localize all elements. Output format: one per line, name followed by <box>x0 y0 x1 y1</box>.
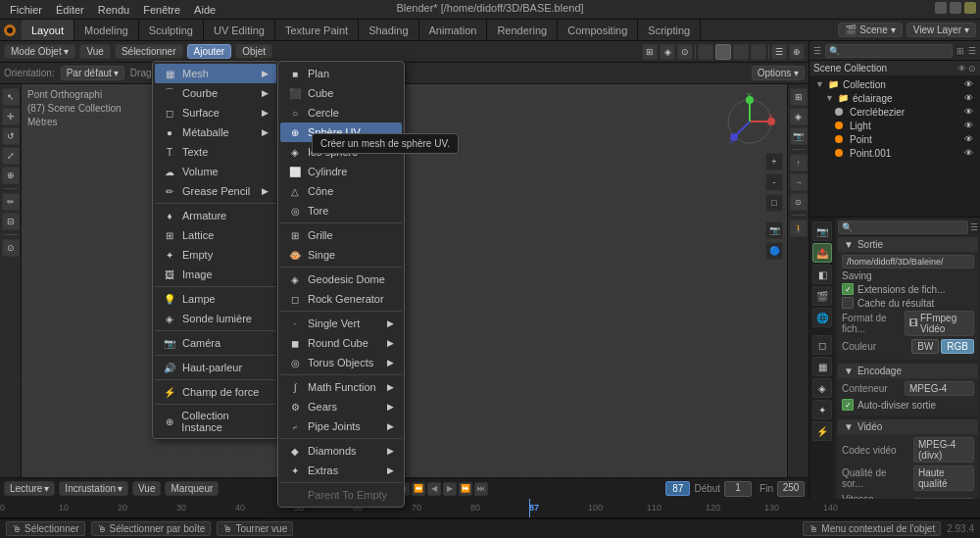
cerclbezier-eye[interactable]: 👁 <box>962 106 974 118</box>
scene-item-cerclbezier[interactable]: Cerclébezier 👁 <box>811 105 978 119</box>
menu-item-courbe[interactable]: ⌒ Courbe ▶ <box>155 83 276 103</box>
toggle-btn-1[interactable]: ⊞ <box>642 44 658 60</box>
menu-item-sonde[interactable]: ◈ Sonde lumière <box>155 309 276 328</box>
eclairage-eye[interactable]: 👁 <box>962 92 974 104</box>
submenu-math[interactable]: ∫ Math Function ▶ <box>280 377 402 397</box>
format-dropdown[interactable]: 🎞 FFmpeg Vidéo <box>905 311 974 336</box>
menu-item-surface[interactable]: ◻ Surface ▶ <box>155 103 276 122</box>
output-path[interactable]: /home/didoff/3D/Baleine/ <box>842 255 974 269</box>
output-props-icon[interactable]: 📤 <box>812 243 832 263</box>
eye-icon[interactable]: 👁 <box>957 64 966 73</box>
section-sortie-title[interactable]: ▼ Sortie <box>838 237 978 252</box>
scene-dropdown[interactable]: 🎬 Scene ▾ <box>838 23 902 37</box>
gizmo-btn[interactable]: ⊕ <box>789 44 805 60</box>
scene-item-collection[interactable]: ▼ 📁 Collection 👁 <box>811 77 978 91</box>
incrustation-dropdown[interactable]: Incrustation ▾ <box>59 481 128 496</box>
annotate-tool[interactable]: ✏ <box>2 193 20 211</box>
outliner-search[interactable]: 🔍 <box>825 44 953 58</box>
submenu-cube[interactable]: ⬛ Cube <box>280 83 402 103</box>
tab-rendering[interactable]: Rendering <box>487 20 558 40</box>
context-menu-btn[interactable]: 🖱 Menu contextuel de l'objet <box>803 521 941 536</box>
tourner-vue-btn[interactable]: 🖱 Tourner vue <box>217 521 293 536</box>
jump-end-btn[interactable]: ⏭ <box>474 482 488 496</box>
props-options-btn[interactable]: ☰ <box>970 222 978 232</box>
auto-diviser-checkbox[interactable]: ✓ <box>842 399 854 411</box>
conteneur-dropdown[interactable]: MPEG-4 <box>905 381 974 396</box>
outliner-options-btn[interactable]: ☰ <box>968 46 976 56</box>
physics-props-icon[interactable]: ⚡ <box>812 421 832 441</box>
render-props-icon[interactable]: 📷 <box>812 221 832 241</box>
transform-tool[interactable]: ⊕ <box>2 167 20 184</box>
ext-fich-checkbox[interactable]: ✓ <box>842 283 854 295</box>
cache-checkbox[interactable] <box>842 297 854 309</box>
menu-fenetre[interactable]: Fenêtre <box>137 0 186 19</box>
zoom-in-btn[interactable]: + <box>765 153 783 171</box>
menu-item-champ[interactable]: ⚡ Champ de force <box>155 382 276 402</box>
click-icon[interactable]: ⊙ <box>968 64 976 73</box>
prev-keyframe-btn[interactable]: ⏪ <box>412 482 425 496</box>
menu-item-armature[interactable]: ♦ Armature <box>155 206 276 225</box>
outliner-filter-btn[interactable]: ⊞ <box>956 46 964 56</box>
options-btn[interactable]: Options ▾ <box>752 66 805 80</box>
menu-editer[interactable]: Éditer <box>50 0 90 19</box>
point-eye[interactable]: 👁 <box>962 133 974 145</box>
current-frame[interactable]: 87 <box>665 481 690 496</box>
cursor-tool[interactable]: ⊙ <box>2 239 20 257</box>
view-selected[interactable]: ◈ <box>790 108 808 125</box>
submenu-cercle[interactable]: ○ Cercle <box>280 103 402 122</box>
submenu-ico-sphere[interactable]: ◈ Ico sphère <box>280 142 402 162</box>
material-btn[interactable] <box>733 44 749 60</box>
scale-tool[interactable]: ⤢ <box>2 147 20 165</box>
view-front[interactable]: → <box>790 173 808 191</box>
submenu-geodesic[interactable]: ◈ Geodesic Dome <box>280 269 402 289</box>
menu-rendu[interactable]: Rendu <box>92 0 135 19</box>
submenu-single-vert[interactable]: · Single Vert ▶ <box>280 314 402 333</box>
codec-dropdown[interactable]: MPEG-4 (divx) <box>913 437 974 463</box>
particles-props-icon[interactable]: ✦ <box>812 400 832 419</box>
view-camera[interactable]: 📷 <box>790 127 808 145</box>
minimize-btn[interactable] <box>935 2 947 14</box>
toggle-btn-3[interactable]: ⊙ <box>677 44 693 60</box>
vue-tl-btn[interactable]: Vue <box>132 481 161 496</box>
render-btn[interactable] <box>751 44 766 60</box>
view-right[interactable]: ⊙ <box>790 193 808 211</box>
measure-tool[interactable]: ⊟ <box>2 213 20 230</box>
scene-props-icon[interactable]: 🎬 <box>812 286 832 306</box>
viewport-gizmo[interactable]: X Y Z <box>720 92 779 153</box>
ajouter-btn[interactable]: Ajouter <box>187 44 232 59</box>
view-top[interactable]: ↑ <box>790 154 808 171</box>
tab-compositing[interactable]: Compositing <box>558 20 638 40</box>
scene-item-point001[interactable]: Point.001 👁 <box>811 146 978 160</box>
collection-eye[interactable]: 👁 <box>962 78 974 90</box>
zoom-fit-btn[interactable]: □ <box>765 194 783 212</box>
mode-selector[interactable]: Mode Objet ▾ <box>4 44 75 59</box>
scene-item-eclairage[interactable]: ▼ 📁 éclairage 👁 <box>811 91 978 105</box>
scene-item-point[interactable]: Point 👁 <box>811 132 978 146</box>
section-video-title[interactable]: ▼ Vidéo <box>838 419 978 434</box>
submenu-cylindre[interactable]: ⬜ Cylindre <box>280 162 402 181</box>
tab-scripting[interactable]: Scripting <box>638 20 701 40</box>
submenu-extras[interactable]: ✦ Extras ▶ <box>280 461 402 480</box>
light-eye[interactable]: 👁 <box>962 120 974 131</box>
point001-eye[interactable]: 👁 <box>962 147 974 159</box>
menu-item-haut-parleur[interactable]: 🔊 Haut-parleur <box>155 358 276 377</box>
toggle-render-btn[interactable]: 🔵 <box>765 242 783 260</box>
tab-layout[interactable]: Layout <box>22 20 74 40</box>
tab-uv-editing[interactable]: UV Editing <box>204 20 275 40</box>
maximize-btn[interactable] <box>950 2 961 14</box>
end-frame-input[interactable]: 250 <box>777 481 805 497</box>
play-reverse-btn[interactable]: ◀ <box>427 482 441 496</box>
tab-animation[interactable]: Animation <box>419 20 488 40</box>
menu-item-metaballe[interactable]: ● Métaballe ▶ <box>155 122 276 142</box>
submenu-sphere-uv[interactable]: ⊕ Sphère UV <box>280 122 402 142</box>
tab-modeling[interactable]: Modeling <box>74 20 139 40</box>
submenu-cone[interactable]: △ Cône <box>280 181 402 201</box>
submenu-singe[interactable]: 🐵 Singe <box>280 245 402 265</box>
start-frame-input[interactable]: 1 <box>724 481 752 497</box>
selectionner-status-btn[interactable]: 🖱 Sélectionner <box>6 521 85 536</box>
next-keyframe-btn[interactable]: ⏩ <box>459 482 472 496</box>
rgb-btn[interactable]: RGB <box>941 339 974 354</box>
orientation-dropdown[interactable]: Par défaut ▾ <box>61 66 124 80</box>
menu-item-collection[interactable]: ⊕ Collection Instance <box>155 407 276 436</box>
tab-shading[interactable]: Shading <box>359 20 418 40</box>
